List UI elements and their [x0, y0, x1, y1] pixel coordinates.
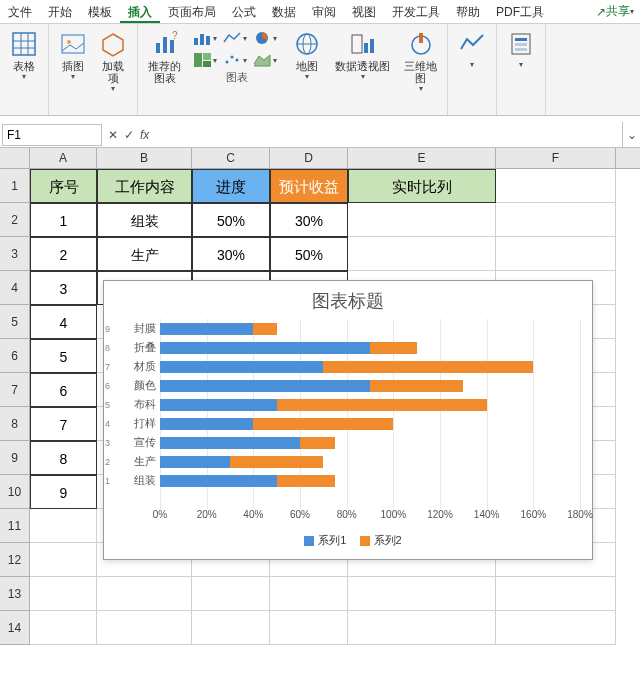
menu-home[interactable]: 开始 [40, 0, 80, 23]
header-ratio[interactable]: 实时比列 [348, 169, 496, 203]
column-chart-icon[interactable]: ▾ [191, 28, 219, 48]
cell[interactable] [30, 611, 97, 645]
chart-legend[interactable]: 系列1 系列2 [104, 533, 592, 548]
row-header[interactable]: 5 [0, 305, 30, 339]
menu-help[interactable]: 帮助 [448, 0, 488, 23]
map-button[interactable]: 地图 ▾ [289, 28, 325, 83]
menu-pdf[interactable]: PDF工具 [488, 0, 552, 23]
cell[interactable] [30, 509, 97, 543]
row-header[interactable]: 7 [0, 373, 30, 407]
menu-view[interactable]: 视图 [344, 0, 384, 23]
col-header[interactable]: C [192, 148, 270, 168]
row-header[interactable]: 2 [0, 203, 30, 237]
row-header[interactable]: 10 [0, 475, 30, 509]
table-button[interactable]: 表格 ▾ [6, 28, 42, 83]
cell[interactable] [496, 611, 616, 645]
svg-rect-33 [515, 48, 527, 51]
menu-review[interactable]: 审阅 [304, 0, 344, 23]
name-box[interactable] [2, 124, 102, 146]
recommended-charts-button[interactable]: ? 推荐的 图表 [144, 28, 185, 86]
formula-input[interactable] [155, 124, 622, 146]
cell[interactable] [496, 237, 616, 271]
row-header[interactable]: 9 [0, 441, 30, 475]
cell[interactable]: 30% [270, 203, 348, 237]
treemap-chart-icon[interactable]: ▾ [191, 50, 219, 70]
row-header[interactable]: 4 [0, 271, 30, 305]
pie-chart-icon[interactable]: ▾ [251, 28, 279, 48]
col-header[interactable]: D [270, 148, 348, 168]
share-button[interactable]: ↗ 共享 ▾ [590, 0, 640, 23]
menu-template[interactable]: 模板 [80, 0, 120, 23]
cell[interactable] [97, 611, 192, 645]
scatter-chart-icon[interactable]: ▾ [221, 50, 249, 70]
header-seq[interactable]: 序号 [30, 169, 97, 203]
pivot-chart-button[interactable]: 数据透视图 ▾ [331, 28, 394, 83]
select-all-corner[interactable] [0, 148, 30, 168]
menu-formula[interactable]: 公式 [224, 0, 264, 23]
row-header[interactable]: 8 [0, 407, 30, 441]
menu-page-layout[interactable]: 页面布局 [160, 0, 224, 23]
cell[interactable] [348, 237, 496, 271]
col-header[interactable]: E [348, 148, 496, 168]
cell[interactable] [192, 577, 270, 611]
row-header[interactable]: 1 [0, 169, 30, 203]
menu-insert[interactable]: 插入 [120, 0, 160, 23]
cell[interactable] [348, 203, 496, 237]
cell[interactable]: 50% [192, 203, 270, 237]
header-estimate[interactable]: 预计收益 [270, 169, 348, 203]
menu-data[interactable]: 数据 [264, 0, 304, 23]
surface-chart-icon[interactable]: ▾ [251, 50, 279, 70]
chart-plot-area[interactable]: 9封膜8折叠7材质6颜色5布科4打样3宣传2生产1组装 [160, 319, 582, 509]
illustrations-button[interactable]: 插图 ▾ [55, 28, 91, 95]
row-header[interactable]: 3 [0, 237, 30, 271]
cell[interactable]: 3 [30, 271, 97, 305]
cell[interactable]: 9 [30, 475, 97, 509]
embedded-chart[interactable]: 图表标题 9封膜8折叠7材质6颜色5布科4打样3宣传2生产1组装 0%20%40… [103, 280, 593, 560]
cell[interactable] [97, 577, 192, 611]
cell[interactable]: 组装 [97, 203, 192, 237]
header-work[interactable]: 工作内容 [97, 169, 192, 203]
cell[interactable]: 4 [30, 305, 97, 339]
cell[interactable]: 生产 [97, 237, 192, 271]
cell[interactable]: 2 [30, 237, 97, 271]
cell[interactable] [192, 611, 270, 645]
addins-button[interactable]: 加载 项 ▾ [95, 28, 131, 95]
cell[interactable] [496, 203, 616, 237]
cell[interactable] [270, 577, 348, 611]
chart-title[interactable]: 图表标题 [104, 289, 592, 313]
expand-formula-button[interactable]: ⌄ [622, 122, 640, 147]
cell[interactable]: 8 [30, 441, 97, 475]
cell[interactable]: 7 [30, 407, 97, 441]
row-header[interactable]: 14 [0, 611, 30, 645]
cell[interactable]: 50% [270, 237, 348, 271]
cell[interactable]: 5 [30, 339, 97, 373]
confirm-icon[interactable]: ✓ [124, 128, 134, 142]
line-chart-icon[interactable]: ▾ [221, 28, 249, 48]
cell[interactable]: 6 [30, 373, 97, 407]
col-header[interactable]: F [496, 148, 616, 168]
cell[interactable] [496, 169, 616, 203]
menu-devtools[interactable]: 开发工具 [384, 0, 448, 23]
worksheet[interactable]: A B C D E F 1 序号 工作内容 进度 预计收益 实时比列 2 1 组… [0, 148, 640, 696]
row-header[interactable]: 12 [0, 543, 30, 577]
3d-map-button[interactable]: 三维地 图 ▾ [400, 28, 441, 95]
row-header[interactable]: 6 [0, 339, 30, 373]
cell[interactable] [270, 611, 348, 645]
cell[interactable] [30, 577, 97, 611]
fx-icon[interactable]: fx [140, 128, 149, 142]
col-header[interactable]: A [30, 148, 97, 168]
col-header[interactable]: B [97, 148, 192, 168]
cell[interactable] [348, 611, 496, 645]
cell[interactable] [496, 577, 616, 611]
sparkline-button[interactable]: ▾ [454, 28, 490, 71]
header-progress[interactable]: 进度 [192, 169, 270, 203]
cell[interactable]: 30% [192, 237, 270, 271]
cell[interactable] [30, 543, 97, 577]
row-header[interactable]: 11 [0, 509, 30, 543]
menu-file[interactable]: 文件 [0, 0, 40, 23]
cell[interactable] [348, 577, 496, 611]
row-header[interactable]: 13 [0, 577, 30, 611]
slicer-button[interactable]: ▾ [503, 28, 539, 71]
cell[interactable]: 1 [30, 203, 97, 237]
cancel-icon[interactable]: ✕ [108, 128, 118, 142]
